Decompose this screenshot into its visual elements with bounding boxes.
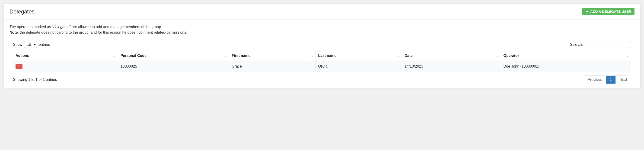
col-last-label: Last name: [318, 54, 336, 58]
table-info: Showing 1 to 1 of 1 entries: [13, 78, 57, 82]
col-operator-label: Operator: [504, 54, 519, 58]
search-control: Search:: [570, 41, 631, 48]
add-button-label: ADD A DELEGATE USER: [590, 10, 631, 14]
plus-icon: [586, 10, 589, 13]
card-header: Delegates ADD A DELEGATE USER: [4, 4, 640, 20]
col-first-label: First name: [232, 54, 250, 58]
sort-icon: [494, 54, 499, 57]
desc-suffix: " are allowed to add and manage members …: [69, 25, 162, 29]
col-personal-code[interactable]: Personal Code: [118, 51, 230, 61]
col-actions-label: Actions: [16, 54, 29, 58]
col-operator[interactable]: Operator: [501, 51, 631, 61]
delete-button[interactable]: [16, 64, 22, 69]
col-actions[interactable]: Actions: [13, 51, 118, 61]
note-text: : the delegate does not belong to the gr…: [18, 30, 187, 34]
close-icon: [18, 65, 20, 68]
sort-icon: [308, 54, 313, 57]
entries-select[interactable]: 10: [24, 41, 37, 48]
table-footer: Showing 1 to 1 of 1 entries Previous 1 N…: [10, 72, 634, 84]
show-label: Show: [13, 43, 22, 47]
cell-operator: Doe John (10000001): [501, 61, 631, 72]
next-button[interactable]: Next: [616, 76, 631, 84]
col-code-label: Personal Code: [120, 54, 146, 58]
add-delegate-button[interactable]: ADD A DELEGATE USER: [582, 8, 634, 15]
page-title: Delegates: [10, 8, 34, 15]
page-1-button[interactable]: 1: [606, 76, 616, 84]
col-last-name[interactable]: Last name: [316, 51, 402, 61]
table-controls: Show 10 entries Search:: [10, 41, 634, 48]
sort-icon: [111, 54, 116, 57]
sort-icon: [395, 54, 400, 57]
previous-button[interactable]: Previous: [584, 76, 606, 84]
pagination: Previous 1 Next: [584, 75, 631, 84]
table-row: 10000025 Grace Olivia 14/10/2023 Doe Joh…: [13, 61, 631, 72]
sort-icon: [624, 54, 628, 57]
sort-icon: [222, 54, 227, 57]
desc-em: delegates: [53, 25, 69, 29]
cell-date: 14/10/2023: [402, 61, 501, 72]
delegates-table: Actions Personal Code: [13, 51, 631, 72]
entries-label: entries: [39, 43, 50, 47]
note-label: Note: [10, 30, 18, 34]
cell-personal-code: 10000025: [118, 61, 230, 72]
description-text: The operators marked as "delegates" are …: [10, 24, 634, 35]
length-control: Show 10 entries: [13, 41, 50, 48]
cell-last-name: Olivia: [316, 61, 402, 72]
card-body: The operators marked as "delegates" are …: [4, 20, 640, 88]
search-label: Search:: [570, 43, 583, 47]
col-date-label: Date: [404, 54, 413, 58]
col-first-name[interactable]: First name: [229, 51, 316, 61]
search-input[interactable]: [585, 41, 631, 48]
col-date[interactable]: Date: [402, 51, 501, 61]
desc-prefix: The operators marked as ": [10, 25, 53, 29]
cell-first-name: Grace: [229, 61, 316, 72]
delegates-card: Delegates ADD A DELEGATE USER The operat…: [4, 4, 640, 89]
